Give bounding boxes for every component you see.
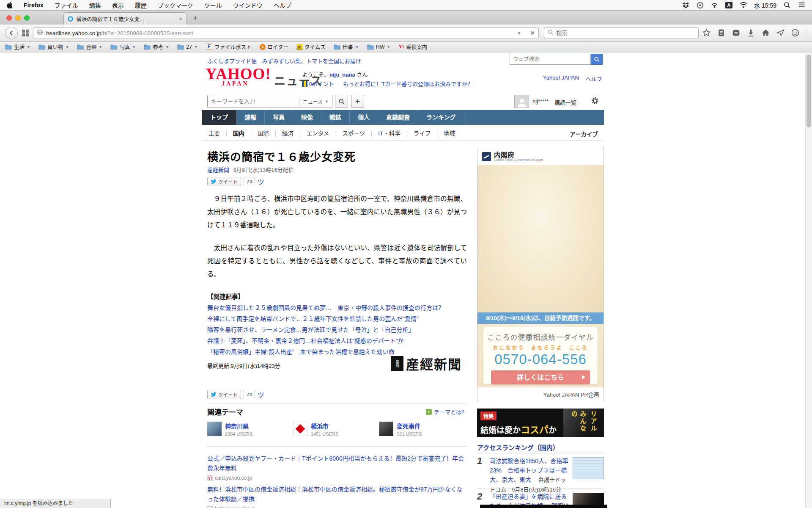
- promo-link[interactable]: ふくしまプライド便 みずみずしい梨、トマトを全国にお届け: [207, 57, 361, 65]
- nav-tab-ranking[interactable]: ランキング: [418, 110, 464, 125]
- tweet-button[interactable]: ツイート: [207, 177, 241, 186]
- related-link[interactable]: 弁護士「変死」、不明金・裏金２億円…社会福祉法人は“疑惑のデパート”か: [207, 337, 403, 344]
- archive-link[interactable]: アーカイブ: [570, 130, 604, 138]
- cabinet-office-ad[interactable]: 内閣府Cabinet Office, Government of Japan 9…: [477, 148, 604, 402]
- account-id[interactable]: nij*****: [532, 98, 549, 105]
- nav-tab-video[interactable]: 映像: [293, 110, 321, 125]
- yahoo-japan-link[interactable]: Yahoo! JAPAN: [543, 75, 579, 83]
- menu-bookmarks[interactable]: ブックマーク: [158, 1, 193, 9]
- page-scrollbar[interactable]: [805, 52, 812, 508]
- add-button[interactable]: +: [351, 95, 364, 108]
- bookmark-folder-life[interactable]: 生活▼: [5, 43, 30, 51]
- news-search-button[interactable]: [335, 95, 348, 108]
- tweet-button[interactable]: ツイート: [207, 390, 241, 399]
- related-link[interactable]: 全裸にして両手足を結束バンドで…２１歳年下女性を監禁した男の歪んだ“愛情”: [207, 315, 419, 322]
- sponsored-link[interactable]: 無料！浜松市中区の借金返済相談｜浜松市中区の借金返済相談。秘密厳守借金が87万円…: [207, 486, 463, 502]
- menu-edit[interactable]: 編集: [89, 1, 101, 9]
- bookmark-transit[interactable]: Y!乗換案内: [399, 43, 428, 51]
- pocket-icon[interactable]: [732, 28, 741, 37]
- menu-history[interactable]: 履歴: [135, 1, 147, 9]
- spotlight-icon[interactable]: [784, 2, 791, 9]
- avatar[interactable]: [514, 95, 529, 108]
- feature-ad[interactable]: 特集 結婚は愛かコスパか みんなの リアル: [477, 409, 604, 437]
- share-icon[interactable]: [776, 28, 785, 37]
- browser-search-bar[interactable]: [544, 27, 699, 39]
- creative-cloud-icon[interactable]: [697, 2, 704, 9]
- menu-tools[interactable]: ツール: [204, 1, 222, 9]
- notification-center-icon[interactable]: [798, 2, 805, 9]
- source-link[interactable]: 産経新聞: [207, 167, 229, 173]
- tcard-promo-link[interactable]: もっとお得に！Tカード番号の登録はお済みですか？: [343, 81, 473, 87]
- settings-gear-icon[interactable]: [590, 96, 600, 107]
- browser-search-input[interactable]: [556, 30, 683, 36]
- dropbox-icon[interactable]: [682, 2, 689, 9]
- home-icon[interactable]: [761, 28, 770, 37]
- input-method-icon[interactable]: A: [725, 2, 732, 8]
- back-button[interactable]: [5, 27, 18, 39]
- subnav-major[interactable]: 主要: [202, 131, 227, 137]
- subscription-link[interactable]: 購読一覧: [554, 98, 576, 106]
- subnav-economy[interactable]: 経済: [276, 131, 300, 137]
- subnav-it-science[interactable]: IT・科学: [372, 131, 407, 137]
- web-search-input[interactable]: [510, 54, 591, 65]
- wifi-icon[interactable]: [740, 2, 747, 9]
- nav-tab-top[interactable]: トップ: [202, 110, 236, 125]
- yahoo-logo[interactable]: YAHOO! JAPAN: [206, 68, 271, 87]
- menu-help[interactable]: ヘルプ: [274, 1, 291, 9]
- nav-tab-personal[interactable]: 個人: [350, 110, 378, 125]
- details-button[interactable]: 詳しくはこちら: [491, 370, 590, 384]
- theme-yokohama[interactable]: 横浜市1451 USERS: [293, 422, 338, 436]
- subnav-life[interactable]: ライフ: [407, 131, 438, 137]
- tab-groups-icon[interactable]: [22, 30, 29, 36]
- news-search-input[interactable]: [208, 98, 299, 105]
- bookmark-reuters[interactable]: ロイター: [260, 43, 289, 51]
- subnav-region[interactable]: 地域: [437, 131, 461, 137]
- sponsored-link[interactable]: 公式／申込み殺到ヤフー・カード｜Tポイント8000円相当がもらえる！最短2分で審…: [207, 455, 464, 472]
- theme-about[interactable]: +テーマとは？: [426, 408, 467, 416]
- wifi-transfer-icon[interactable]: [711, 2, 718, 9]
- bookmark-filepost[interactable]: Fファイルポスト: [206, 43, 252, 51]
- bookmark-folder-reference[interactable]: 参考▼: [144, 43, 169, 51]
- bookmark-folder-photo[interactable]: 写真▼: [110, 43, 136, 51]
- related-link[interactable]: 「秘密の風俗嬢」主婦“殺人出産” 血で染まった浴槽で息絶えた幼い命: [207, 348, 395, 355]
- bookmark-folder-music[interactable]: 音楽▼: [77, 43, 102, 51]
- nav-tab-magazine[interactable]: 雑誌: [321, 110, 350, 125]
- menu-file[interactable]: ファイル: [55, 1, 78, 9]
- theme-henshi[interactable]: 変死事件321 USERS: [379, 422, 422, 436]
- bookmark-star-icon[interactable]: [702, 28, 711, 37]
- news-search-scope[interactable]: ニュース▼: [299, 97, 332, 106]
- menu-view[interactable]: 表示: [112, 1, 124, 9]
- bookmark-folder-27[interactable]: 27▼: [177, 44, 198, 50]
- bookmark-folder-work[interactable]: 仕事▼: [334, 43, 359, 51]
- subnav-world[interactable]: 国際: [251, 131, 276, 137]
- subnav-domestic[interactable]: 国内: [227, 131, 251, 137]
- minimize-window-button[interactable]: [15, 15, 21, 21]
- nav-tab-flash[interactable]: 速報: [236, 110, 265, 125]
- new-tab-button[interactable]: +: [193, 14, 198, 23]
- downloads-icon[interactable]: [746, 28, 755, 37]
- nav-tab-poll[interactable]: 意識調査: [378, 110, 418, 125]
- help-link[interactable]: ヘルプ: [586, 75, 602, 83]
- zoom-window-button[interactable]: [24, 15, 30, 21]
- stop-loading-icon[interactable]: ✕: [530, 30, 535, 36]
- close-window-button[interactable]: [6, 15, 12, 21]
- related-link[interactable]: 舞台女優目指した２５歳劇団員の見果てぬ夢… 東京・中野の殺人事件の捜査の行方は？: [207, 304, 444, 311]
- menu-clock[interactable]: 水 15:59: [754, 1, 776, 9]
- bookmark-folder-shopping[interactable]: 買い物▼: [38, 43, 69, 51]
- bookmark-folder-hw[interactable]: HW▼: [367, 44, 391, 50]
- tab-close-icon[interactable]: ✕: [178, 16, 183, 22]
- web-search-button[interactable]: [591, 54, 603, 65]
- subnav-sports[interactable]: スポーツ: [336, 131, 372, 137]
- bookmarks-list-icon[interactable]: [717, 28, 726, 37]
- related-link[interactable]: 隣客を暴行死させ、ラーメン完食…男が法廷で見せた「号泣」と「自己分析」: [207, 326, 414, 333]
- scrollbar-thumb[interactable]: [807, 55, 811, 127]
- url-history-dropdown-icon[interactable]: ▼: [517, 31, 521, 36]
- username-link[interactable]: niju_nana: [329, 72, 355, 78]
- bookmark-times[interactable]: タイムズ: [296, 43, 326, 51]
- theme-kanagawa[interactable]: 神奈川県2384 USERS: [207, 422, 252, 436]
- url-bar[interactable]: headlines.yahoo.co.jp/hl?a=20150909-0000…: [33, 27, 539, 39]
- tpoint-link[interactable]: 0ポイント: [309, 81, 334, 87]
- feedback-smiley-icon[interactable]: [791, 28, 800, 37]
- menu-window[interactable]: ウインドウ: [233, 1, 263, 9]
- menu-app-name[interactable]: Firefox: [24, 2, 44, 8]
